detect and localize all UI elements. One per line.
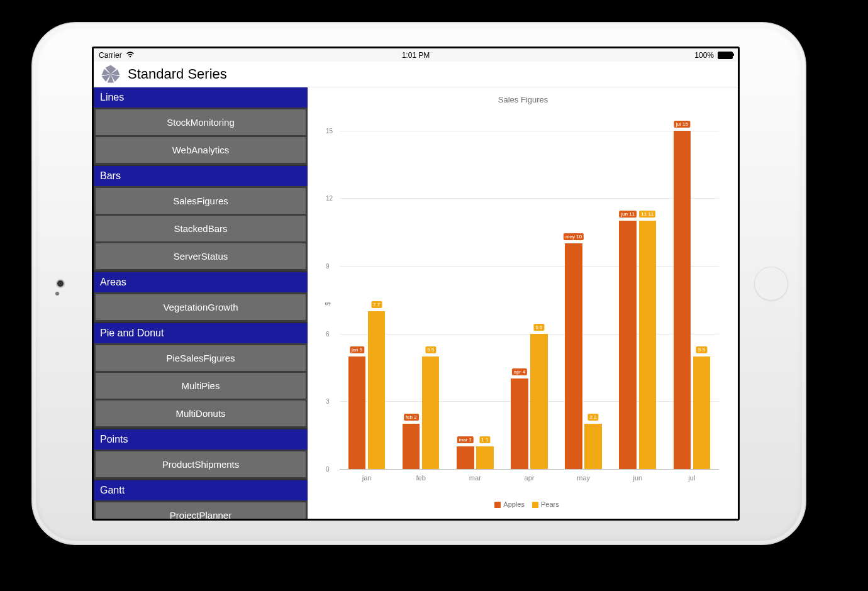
legend-label: Pears [541,500,559,508]
legend-swatch [532,502,538,508]
x-tick: feb [416,474,426,482]
chart-bar[interactable]: 7 7 [368,311,386,469]
x-tick: jul [688,474,695,482]
chart-bar[interactable]: 5 5 [693,356,711,469]
chart-bar[interactable]: 6 6 [530,334,548,469]
wifi-icon [126,51,135,60]
page-title: Standard Series [128,66,227,82]
app-logo-icon [100,64,121,85]
sidebar-item[interactable]: WebAnalytics [96,137,306,163]
home-button[interactable] [754,267,788,301]
x-tick: mar [469,474,481,482]
sidebar-section-header: Pie and Donut [94,322,308,343]
sidebar-item[interactable]: StackedBars [96,216,306,241]
sidebar-section-header: Areas [94,271,308,292]
status-bar: Carrier 1:01 PM 100% [94,48,738,62]
bar-value-label: 7 7 [371,301,382,308]
sidebar-section-header: Bars [94,165,308,186]
sidebar-item[interactable]: SalesFigures [96,188,306,214]
chart-bar[interactable]: jun 11 [619,221,637,469]
bar-value-label: jun 11 [619,211,637,218]
y-tick: 9 [326,263,330,270]
front-camera [57,280,64,287]
chart-bar[interactable]: may 10 [565,243,582,469]
sidebar-section-header: Points [94,428,308,450]
y-tick: 12 [326,195,333,202]
bar-value-label: 1 1 [479,436,490,443]
sidebar: LinesStockMonitoringWebAnalyticsBarsSale… [94,87,308,519]
bar-value-label: jul 15 [674,121,690,128]
chart-bar[interactable]: jan 5 [348,356,366,469]
chart-bar[interactable]: 2 2 [584,424,602,469]
battery-percent: 100% [694,51,714,60]
chart-title: Sales Figures [308,87,738,104]
chart-bar[interactable]: feb 2 [403,424,420,469]
legend-label: Apples [503,500,525,508]
y-tick: 0 [326,466,330,473]
clock: 1:01 PM [402,51,430,60]
bar-value-label: jan 5 [350,346,364,353]
x-tick: jun [633,474,642,482]
bar-value-label: may 10 [564,233,584,240]
tablet-frame: Carrier 1:01 PM 100% [31,22,806,545]
chart-plot: 03691215janjan 57 7febfeb 25 5marmar 11 … [340,113,719,469]
chart-bar[interactable]: jul 15 [674,131,691,469]
chart-legend: ApplesPears [308,500,738,508]
sidebar-item[interactable]: PieSalesFigures [96,345,306,371]
bar-value-label: 6 6 [533,324,544,331]
sidebar-item[interactable]: ProjectPlanner [96,502,306,519]
bar-value-label: apr 4 [512,368,527,375]
y-axis-label: $ [324,301,331,305]
x-tick: may [577,474,590,482]
battery-icon [718,52,733,59]
chart-pane: Sales Figures $ 03691215janjan 57 7febfe… [308,87,738,519]
sidebar-section-header: Gantt [94,479,308,500]
chart-bar[interactable]: 5 5 [422,356,440,469]
bar-value-label: 11 11 [639,211,655,218]
y-tick: 3 [326,398,330,405]
sidebar-item[interactable]: StockMonitoring [96,109,306,135]
x-tick: apr [525,474,535,482]
chart-bar[interactable]: mar 1 [457,446,474,469]
bar-value-label: 5 5 [425,346,436,353]
screen: Carrier 1:01 PM 100% [94,48,738,519]
bar-value-label: 2 2 [588,414,599,421]
sidebar-item[interactable]: ProductShipments [96,451,306,477]
bar-value-label: 5 5 [696,346,707,353]
y-tick: 6 [326,330,330,337]
sidebar-item[interactable]: MultiDonuts [96,400,306,426]
carrier-label: Carrier [99,51,122,60]
chart-bar[interactable]: 11 11 [639,221,657,469]
title-bar: Standard Series [94,62,738,87]
bar-value-label: feb 2 [404,414,419,421]
x-tick: jan [362,474,372,482]
chart-bar[interactable]: apr 4 [511,378,528,469]
sidebar-section-header: Lines [94,87,308,108]
chart-bar[interactable]: 1 1 [476,446,494,469]
sidebar-item[interactable]: MultiPies [96,373,306,399]
sidebar-item[interactable]: VegetationGrowth [96,294,306,320]
legend-swatch [494,502,501,508]
bar-value-label: mar 1 [457,436,474,443]
y-tick: 15 [326,127,333,134]
sidebar-item[interactable]: ServerStatus [96,243,306,269]
